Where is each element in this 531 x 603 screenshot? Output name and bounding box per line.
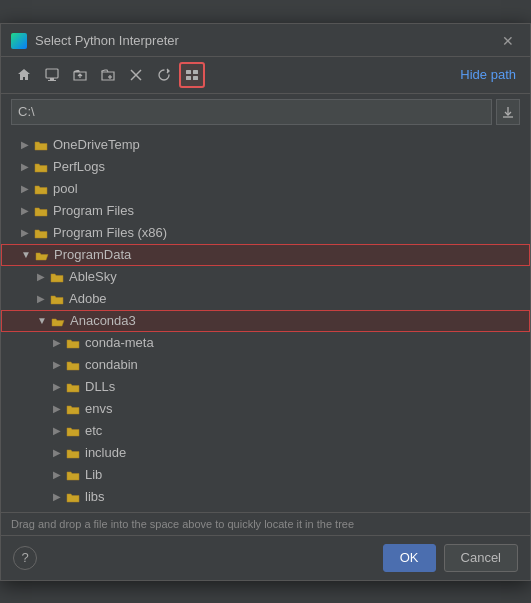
tree-item-envs[interactable]: ▶ envs	[1, 398, 530, 420]
tree-item-label: etc	[85, 423, 102, 438]
svg-rect-2	[48, 80, 56, 81]
arrow-icon: ▶	[17, 203, 33, 219]
folder-icon	[49, 269, 65, 285]
folder-icon	[33, 137, 49, 153]
svg-rect-8	[193, 70, 198, 74]
tree-item-programfilesx86[interactable]: ▶ Program Files (x86)	[1, 222, 530, 244]
tree-item-label: OneDriveTemp	[53, 137, 140, 152]
action-buttons: OK Cancel	[383, 544, 518, 572]
folder-icon	[33, 181, 49, 197]
toolbar: Hide path	[1, 57, 530, 94]
tree-item-adobe[interactable]: ▶ Adobe	[1, 288, 530, 310]
folder-open-icon	[34, 247, 50, 263]
status-bar: Drag and drop a file into the space abov…	[1, 512, 530, 535]
arrow-icon: ▶	[17, 159, 33, 175]
hide-path-link[interactable]: Hide path	[456, 65, 520, 84]
tree-item-label: pool	[53, 181, 78, 196]
arrow-icon: ▶	[49, 445, 65, 461]
arrow-icon: ▶	[17, 137, 33, 153]
tree-item-lib[interactable]: ▶ Lib	[1, 464, 530, 486]
svg-rect-9	[186, 76, 191, 80]
tree-item-label: libs	[85, 489, 105, 504]
svg-rect-7	[186, 70, 191, 74]
arrow-icon: ▶	[49, 467, 65, 483]
cancel-button[interactable]: Cancel	[444, 544, 518, 572]
tree-item-ablesky[interactable]: ▶ AbleSky	[1, 266, 530, 288]
title-bar-left: Select Python Interpreter	[11, 33, 179, 49]
path-bar	[11, 99, 520, 125]
file-tree[interactable]: ▶ OneDriveTemp ▶ PerfLogs ▶ pool ▶	[1, 130, 530, 512]
arrow-icon: ▶	[49, 335, 65, 351]
tree-item-programfiles[interactable]: ▶ Program Files	[1, 200, 530, 222]
folder-icon	[65, 357, 81, 373]
folder-icon	[33, 159, 49, 175]
arrow-icon: ▶	[17, 225, 33, 241]
tree-item-label: DLLs	[85, 379, 115, 394]
folder-icon	[65, 423, 81, 439]
tree-item-label: include	[85, 445, 126, 460]
tree-item-label: conda-meta	[85, 335, 154, 350]
arrow-icon: ▶	[49, 401, 65, 417]
folder-icon	[65, 489, 81, 505]
folder-icon	[65, 467, 81, 483]
path-download-btn[interactable]	[496, 99, 520, 125]
status-text: Drag and drop a file into the space abov…	[11, 518, 354, 530]
folder-icon	[65, 379, 81, 395]
tree-item-condameta[interactable]: ▶ conda-meta	[1, 332, 530, 354]
help-button[interactable]: ?	[13, 546, 37, 570]
tree-item-label: AbleSky	[69, 269, 117, 284]
tree-item-perflogs[interactable]: ▶ PerfLogs	[1, 156, 530, 178]
tree-item-label: PerfLogs	[53, 159, 105, 174]
tree-item-label: Adobe	[69, 291, 107, 306]
button-bar: ? OK Cancel	[1, 535, 530, 580]
arrow-icon: ▶	[49, 423, 65, 439]
tree-item-etc[interactable]: ▶ etc	[1, 420, 530, 442]
tree-item-pool[interactable]: ▶ pool	[1, 178, 530, 200]
select-python-interpreter-dialog: Select Python Interpreter ✕	[0, 23, 531, 581]
arrow-icon: ▶	[33, 269, 49, 285]
dialog-title: Select Python Interpreter	[35, 33, 179, 48]
arrow-icon: ▼	[18, 247, 34, 263]
ok-button[interactable]: OK	[383, 544, 436, 572]
arrow-icon: ▶	[49, 489, 65, 505]
arrow-icon: ▶	[17, 181, 33, 197]
tree-item-label: Program Files	[53, 203, 134, 218]
folder-icon	[65, 401, 81, 417]
folder-icon	[65, 335, 81, 351]
folder-up-btn[interactable]	[67, 62, 93, 88]
show-path-btn[interactable]	[179, 62, 205, 88]
tree-item-label: condabin	[85, 357, 138, 372]
tree-item-condabin[interactable]: ▶ condabin	[1, 354, 530, 376]
arrow-icon: ▶	[49, 357, 65, 373]
close-button[interactable]: ✕	[498, 32, 518, 50]
new-folder-btn[interactable]	[95, 62, 121, 88]
folder-icon	[49, 291, 65, 307]
pycharm-icon	[11, 33, 27, 49]
tree-item-include[interactable]: ▶ include	[1, 442, 530, 464]
tree-item-anaconda3[interactable]: ▼ Anaconda3	[1, 310, 530, 332]
refresh-btn[interactable]	[151, 62, 177, 88]
tree-item-programdata[interactable]: ▼ ProgramData	[1, 244, 530, 266]
tree-item-dlls[interactable]: ▶ DLLs	[1, 376, 530, 398]
tree-item-label: ProgramData	[54, 247, 131, 262]
delete-btn[interactable]	[123, 62, 149, 88]
home-btn[interactable]	[11, 62, 37, 88]
tree-item-label: envs	[85, 401, 112, 416]
path-input[interactable]	[11, 99, 492, 125]
title-bar: Select Python Interpreter ✕	[1, 24, 530, 57]
folder-icon	[65, 445, 81, 461]
arrow-icon: ▼	[34, 313, 50, 329]
svg-rect-1	[50, 78, 54, 80]
folder-icon	[33, 203, 49, 219]
monitor-btn[interactable]	[39, 62, 65, 88]
tree-item-onedrivetemp[interactable]: ▶ OneDriveTemp	[1, 134, 530, 156]
svg-rect-0	[46, 69, 58, 78]
tree-item-label: Anaconda3	[70, 313, 136, 328]
tree-item-libs[interactable]: ▶ libs	[1, 486, 530, 508]
arrow-icon: ▶	[49, 379, 65, 395]
arrow-icon: ▶	[33, 291, 49, 307]
tree-item-label: Lib	[85, 467, 102, 482]
svg-rect-10	[193, 76, 198, 80]
tree-item-label: Program Files (x86)	[53, 225, 167, 240]
folder-open-icon	[50, 313, 66, 329]
